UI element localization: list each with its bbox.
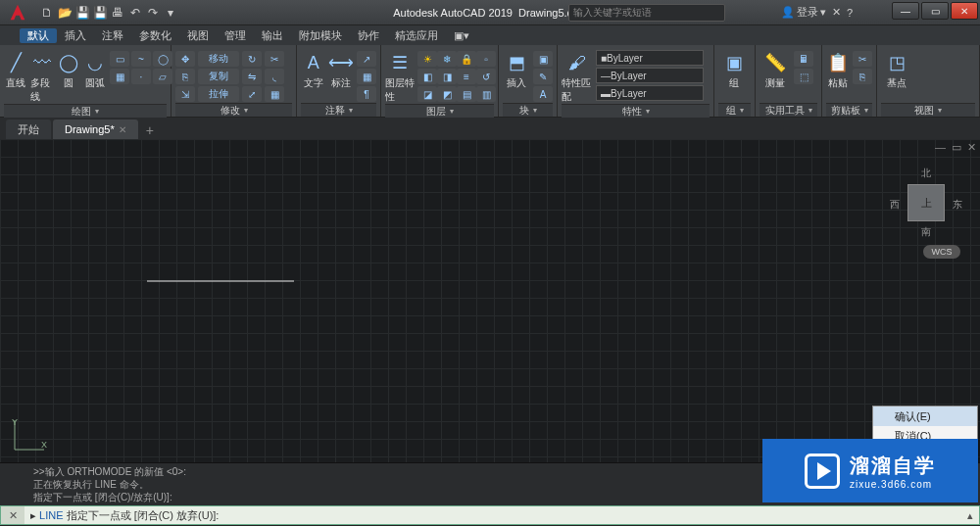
ctx-enter[interactable]: 确认(E) bbox=[873, 406, 977, 426]
copy2-icon[interactable]: ⎘ bbox=[853, 69, 872, 84]
layer-off-icon[interactable]: ◨ bbox=[437, 69, 457, 84]
panel-label-groups[interactable]: 组 bbox=[718, 103, 751, 117]
leader-icon[interactable]: ↗ bbox=[357, 51, 376, 67]
undo-icon[interactable]: ↶ bbox=[127, 5, 143, 21]
maximize-button[interactable]: ▭ bbox=[921, 2, 949, 20]
mirror-button[interactable]: ⇋ bbox=[242, 69, 262, 84]
panel-label-view[interactable]: 视图 bbox=[881, 103, 975, 117]
help-search-input[interactable]: 输入关键字或短语 bbox=[568, 4, 725, 22]
close-button[interactable]: ✕ bbox=[951, 2, 978, 20]
create-block-icon[interactable]: ▣ bbox=[533, 51, 553, 67]
saveas-icon[interactable]: 💾 bbox=[92, 5, 108, 21]
login-button[interactable]: 👤 登录 ▾ bbox=[781, 5, 826, 20]
select-icon[interactable]: ⬚ bbox=[794, 69, 813, 84]
exchange-icon[interactable]: ✕ bbox=[832, 6, 841, 19]
table-icon[interactable]: ▦ bbox=[357, 69, 376, 84]
edit-block-icon[interactable]: ✎ bbox=[533, 69, 553, 84]
group-button[interactable]: ▣组 bbox=[718, 47, 750, 90]
cut-icon[interactable]: ✂ bbox=[853, 51, 872, 67]
layer-b-icon[interactable]: ◩ bbox=[437, 86, 457, 102]
panel-label-utilities[interactable]: 实用工具 bbox=[760, 103, 817, 117]
viewcube-south[interactable]: 南 bbox=[921, 225, 931, 239]
circle-button[interactable]: ◯圆 bbox=[57, 47, 80, 90]
lineweight-combo[interactable]: ▬ ByLayer bbox=[596, 85, 704, 101]
line-button[interactable]: ╱直线 bbox=[4, 47, 27, 90]
measure-button[interactable]: 📏测量 bbox=[760, 47, 791, 90]
close-tab-icon[interactable]: ✕ bbox=[119, 124, 126, 135]
paste-button[interactable]: 📋粘贴 bbox=[826, 47, 850, 90]
viewcube-west[interactable]: 西 bbox=[890, 198, 900, 212]
panel-label-props[interactable]: 特性 bbox=[562, 104, 710, 118]
tab-annotate[interactable]: 注释 bbox=[94, 28, 131, 43]
tab-drawing5[interactable]: Drawing5*✕ bbox=[53, 120, 138, 139]
plot-icon[interactable]: 🖶 bbox=[110, 5, 125, 21]
minimize-button[interactable]: — bbox=[892, 2, 919, 20]
panel-label-draw[interactable]: 绘图 bbox=[4, 104, 167, 118]
command-prompt[interactable]: ▸ LINE 指定下一点或 [闭合(C) 放弃(U)]: bbox=[24, 508, 961, 523]
help-icon[interactable]: ? bbox=[847, 7, 853, 19]
insert-block-button[interactable]: ⬒插入 bbox=[503, 47, 530, 90]
calc-icon[interactable]: 🖩 bbox=[794, 51, 813, 67]
command-expand-icon[interactable]: ▴ bbox=[961, 509, 979, 522]
autocad-logo-icon[interactable] bbox=[4, 2, 31, 24]
stretch-button[interactable]: 拉伸 bbox=[198, 86, 239, 102]
mtext-icon[interactable]: ¶ bbox=[357, 86, 376, 102]
tab-output[interactable]: 输出 bbox=[254, 28, 291, 43]
base-button[interactable]: ◳基点 bbox=[881, 47, 912, 90]
array-button[interactable]: ▦ bbox=[265, 86, 284, 102]
layer-prev-icon[interactable]: ↺ bbox=[476, 69, 496, 84]
tab-more-icon[interactable]: ▣▾ bbox=[446, 29, 477, 42]
trim-button[interactable]: ✂ bbox=[265, 51, 284, 67]
region-icon[interactable]: ▱ bbox=[153, 69, 172, 84]
point-icon[interactable]: · bbox=[131, 69, 151, 84]
tab-default[interactable]: 默认 bbox=[20, 28, 57, 43]
vp-max-icon[interactable]: ▭ bbox=[952, 141, 961, 154]
stretch-icon[interactable]: ⇲ bbox=[175, 86, 195, 102]
redo-icon[interactable]: ↷ bbox=[145, 5, 161, 21]
tab-insert[interactable]: 插入 bbox=[57, 28, 94, 43]
panel-label-block[interactable]: 块 bbox=[503, 103, 553, 117]
command-line[interactable]: ✕ ▸ LINE 指定下一点或 [闭合(C) 放弃(U)]: ▴ bbox=[0, 505, 980, 525]
panel-label-clipboard[interactable]: 剪贴板 bbox=[826, 103, 872, 117]
layer-iso-icon[interactable]: ◧ bbox=[417, 69, 437, 84]
panel-label-modify[interactable]: 修改 bbox=[175, 103, 292, 117]
layer-properties-button[interactable]: ☰图层特性 bbox=[385, 47, 415, 104]
hatch-icon[interactable]: ▦ bbox=[110, 69, 129, 84]
layer-d-icon[interactable]: ▥ bbox=[476, 86, 496, 102]
command-toggle-icon[interactable]: ✕ bbox=[1, 506, 24, 524]
tab-featured[interactable]: 精选应用 bbox=[387, 28, 446, 43]
rect-icon[interactable]: ▭ bbox=[110, 51, 129, 67]
move-icon[interactable]: ✥ bbox=[175, 51, 195, 67]
copy-button[interactable]: 复制 bbox=[198, 69, 239, 84]
layer-match-icon[interactable]: ≡ bbox=[457, 69, 476, 84]
arc-button[interactable]: ◡圆弧 bbox=[83, 47, 107, 90]
vp-min-icon[interactable]: — bbox=[935, 141, 946, 154]
save-icon[interactable]: 💾 bbox=[74, 5, 90, 21]
viewcube-north[interactable]: 北 bbox=[921, 167, 931, 180]
tab-addins[interactable]: 附加模块 bbox=[291, 28, 350, 43]
ellipse-icon[interactable]: ◯ bbox=[153, 51, 172, 67]
layer-color-icon[interactable]: ▫ bbox=[476, 51, 496, 67]
wcs-badge[interactable]: WCS bbox=[923, 245, 960, 259]
panel-label-annotation[interactable]: 注释 bbox=[301, 103, 376, 117]
layer-c-icon[interactable]: ▤ bbox=[457, 86, 476, 102]
copy-icon[interactable]: ⎘ bbox=[175, 69, 195, 84]
text-button[interactable]: A文字 bbox=[301, 47, 326, 90]
new-tab-button[interactable]: + bbox=[140, 121, 160, 139]
linetype-combo[interactable]: — ByLayer bbox=[596, 68, 704, 83]
polyline-button[interactable]: 〰多段线 bbox=[30, 47, 54, 104]
viewcube[interactable]: 北 南 东 西 上 bbox=[892, 168, 960, 237]
fillet-button[interactable]: ◟ bbox=[265, 69, 284, 84]
new-icon[interactable]: 🗋 bbox=[39, 5, 55, 21]
viewcube-east[interactable]: 东 bbox=[953, 198, 962, 212]
qat-dropdown-icon[interactable]: ▾ bbox=[163, 5, 178, 21]
panel-label-layers[interactable]: 图层 bbox=[385, 104, 494, 118]
open-icon[interactable]: 📂 bbox=[57, 5, 73, 21]
layer-on-icon[interactable]: ☀ bbox=[417, 51, 437, 67]
layer-a-icon[interactable]: ◪ bbox=[417, 86, 437, 102]
tab-parametric[interactable]: 参数化 bbox=[131, 28, 179, 43]
tab-start[interactable]: 开始 bbox=[6, 120, 51, 139]
color-combo[interactable]: ■ ByLayer bbox=[596, 50, 704, 66]
tab-collaborate[interactable]: 协作 bbox=[350, 28, 387, 43]
tab-view[interactable]: 视图 bbox=[179, 28, 217, 43]
